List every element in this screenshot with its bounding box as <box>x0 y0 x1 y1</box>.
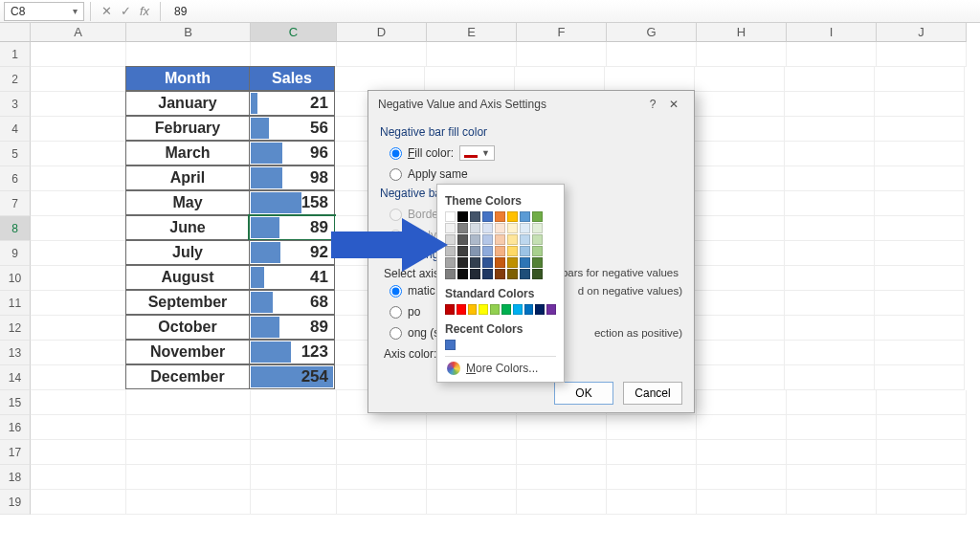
more-colors-button[interactable]: More Colors... <box>445 356 556 378</box>
cell-D1[interactable] <box>337 42 427 67</box>
row-header-19[interactable]: 19 <box>0 490 31 515</box>
color-swatch[interactable] <box>457 211 468 222</box>
name-box-dropdown-icon[interactable]: ▾ <box>73 6 78 16</box>
cell-J4[interactable] <box>875 117 965 142</box>
color-swatch[interactable] <box>507 234 518 245</box>
row-header-6[interactable]: 6 <box>0 166 31 191</box>
color-swatch[interactable] <box>457 223 468 233</box>
cell-H3[interactable] <box>695 92 785 117</box>
close-icon[interactable]: ✕ <box>663 98 684 111</box>
color-swatch[interactable] <box>495 223 505 233</box>
cell-C4[interactable]: 56 <box>249 116 335 141</box>
cell-H11[interactable] <box>695 291 785 316</box>
cell-C11[interactable]: 68 <box>249 290 335 315</box>
cell-J19[interactable] <box>877 490 967 515</box>
cell-B15[interactable] <box>126 390 251 415</box>
color-swatch[interactable] <box>532 257 543 268</box>
apply-same-fill-radio[interactable] <box>390 168 402 181</box>
cell-J7[interactable] <box>875 191 965 216</box>
fill-color-radio[interactable] <box>390 147 402 160</box>
cell-J6[interactable] <box>875 166 965 191</box>
color-swatch[interactable] <box>468 304 478 315</box>
cell-F18[interactable] <box>517 465 607 490</box>
cell-I2[interactable] <box>785 67 875 92</box>
color-swatch[interactable] <box>495 257 505 268</box>
cell-D18[interactable] <box>337 465 427 490</box>
axis-none-radio[interactable] <box>390 327 402 340</box>
color-swatch[interactable] <box>546 304 556 315</box>
color-swatch[interactable] <box>507 211 518 222</box>
color-swatch[interactable] <box>513 304 523 315</box>
cell-F2[interactable] <box>515 67 605 92</box>
cell-A17[interactable] <box>31 440 126 465</box>
fill-color-button[interactable]: ▼ <box>459 145 495 161</box>
color-swatch[interactable] <box>507 269 518 279</box>
color-swatch[interactable] <box>457 246 468 256</box>
color-swatch[interactable] <box>470 246 480 256</box>
cell-C8[interactable]: 89 <box>249 215 335 240</box>
color-swatch[interactable] <box>470 269 480 279</box>
row-header-17[interactable]: 17 <box>0 440 31 465</box>
color-swatch[interactable] <box>495 246 505 256</box>
color-swatch[interactable] <box>520 211 530 222</box>
cell-I5[interactable] <box>785 142 875 166</box>
cell-I16[interactable] <box>787 415 877 440</box>
cell-J17[interactable] <box>877 440 967 465</box>
color-swatch[interactable] <box>532 223 543 233</box>
cell-E2[interactable] <box>425 67 515 92</box>
row-header-11[interactable]: 11 <box>0 291 31 316</box>
cell-C17[interactable] <box>251 440 337 465</box>
column-header-c[interactable]: C <box>251 23 337 42</box>
color-swatch[interactable] <box>490 304 500 315</box>
cell-I4[interactable] <box>785 117 875 142</box>
cell-J13[interactable] <box>875 341 965 365</box>
cell-I10[interactable] <box>785 266 875 291</box>
formula-bar-value[interactable]: 89 <box>174 5 187 18</box>
cell-A4[interactable] <box>31 117 126 142</box>
cell-H7[interactable] <box>695 191 785 216</box>
cancel-icon[interactable]: ✕ <box>97 4 116 18</box>
column-header-g[interactable]: G <box>607 23 697 42</box>
cell-J1[interactable] <box>877 42 967 67</box>
ok-button[interactable]: OK <box>554 382 613 405</box>
cell-I19[interactable] <box>787 490 877 515</box>
cell-J16[interactable] <box>877 415 967 440</box>
column-header-e[interactable]: E <box>427 23 517 42</box>
color-swatch[interactable] <box>482 269 493 279</box>
row-header-2[interactable]: 2 <box>0 67 31 92</box>
color-swatch[interactable] <box>495 211 505 222</box>
row-header-4[interactable]: 4 <box>0 117 31 142</box>
row-header-10[interactable]: 10 <box>0 266 31 291</box>
cell-C10[interactable]: 41 <box>249 265 335 290</box>
cell-H17[interactable] <box>697 440 787 465</box>
cell-H5[interactable] <box>695 142 785 166</box>
cell-J18[interactable] <box>877 465 967 490</box>
cell-B16[interactable] <box>126 415 251 440</box>
cell-C6[interactable]: 98 <box>249 165 335 190</box>
cell-I14[interactable] <box>785 365 875 390</box>
row-header-1[interactable]: 1 <box>0 42 31 67</box>
cell-C16[interactable] <box>251 415 337 440</box>
check-icon[interactable]: ✓ <box>116 4 135 18</box>
cell-H2[interactable] <box>695 67 785 92</box>
axis-midpoint-radio[interactable] <box>390 306 402 319</box>
cell-D16[interactable] <box>337 415 427 440</box>
cell-I15[interactable] <box>787 390 877 415</box>
color-swatch[interactable] <box>520 269 530 279</box>
cell-F17[interactable] <box>517 440 607 465</box>
cell-B6[interactable]: April <box>125 165 250 190</box>
cell-A7[interactable] <box>31 191 126 216</box>
cell-C1[interactable] <box>251 42 337 67</box>
color-swatch[interactable] <box>501 304 511 315</box>
cell-I6[interactable] <box>785 166 875 191</box>
color-swatch[interactable] <box>482 223 493 233</box>
color-swatch[interactable] <box>457 234 468 245</box>
color-swatch[interactable] <box>457 269 468 279</box>
cell-A10[interactable] <box>31 266 126 291</box>
row-header-3[interactable]: 3 <box>0 92 31 117</box>
cell-C15[interactable] <box>251 390 337 415</box>
cell-C14[interactable]: 254 <box>249 364 335 389</box>
row-header-5[interactable]: 5 <box>0 142 31 166</box>
color-swatch[interactable] <box>520 223 530 233</box>
cell-J5[interactable] <box>875 142 965 166</box>
